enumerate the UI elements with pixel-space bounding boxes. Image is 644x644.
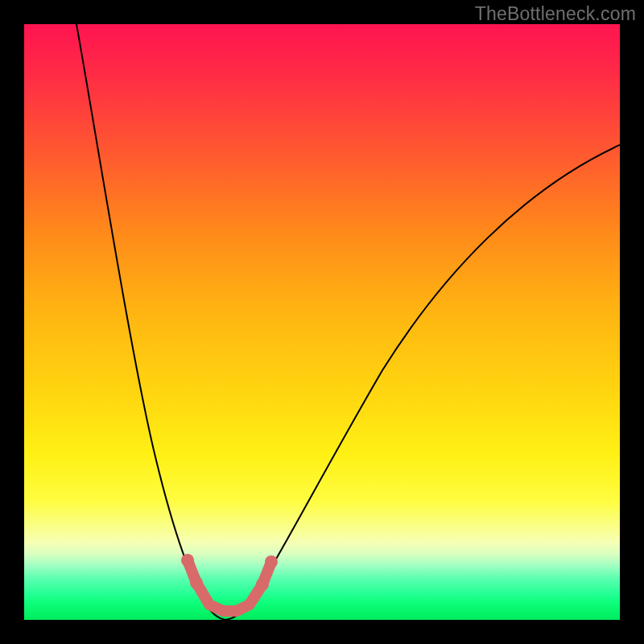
chart-svg: [24, 24, 620, 620]
marker-dot-right-lower: [256, 578, 269, 591]
marker-dot-right-upper: [265, 555, 278, 568]
right-curve: [225, 145, 620, 620]
plot-area: [24, 24, 620, 620]
watermark-text: TheBottleneck.com: [475, 3, 636, 25]
left-curve: [76, 24, 225, 620]
chart-frame: TheBottleneck.com: [0, 0, 644, 644]
marker-dot-left-upper: [181, 554, 194, 567]
marker-dot-left-lower: [190, 576, 203, 589]
